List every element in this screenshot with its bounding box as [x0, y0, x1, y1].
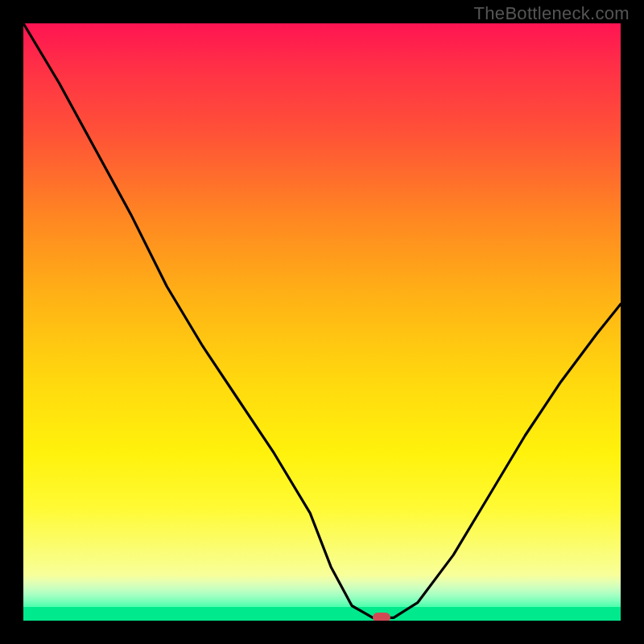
- chart-frame: TheBottleneck.com: [0, 0, 644, 644]
- bottleneck-curve: [23, 23, 621, 621]
- curve-path: [23, 23, 621, 617]
- watermark-text: TheBottleneck.com: [474, 3, 630, 24]
- optimal-point-marker: [373, 613, 390, 621]
- plot-area: [23, 23, 621, 621]
